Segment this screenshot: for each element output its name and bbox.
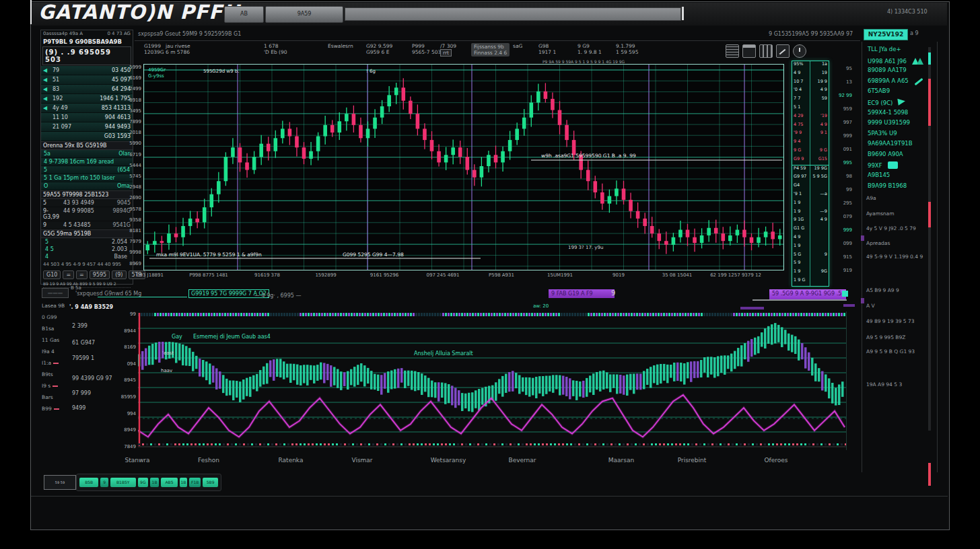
main-chart-canvas[interactable]: [144, 65, 783, 270]
right-info-item[interactable]: A9a: [866, 195, 876, 201]
pen-icon[interactable]: [776, 44, 790, 58]
dom-row[interactable]: '9 1—a: [792, 191, 829, 200]
dom-row[interactable]: 7 759: [792, 96, 829, 104]
clock-icon[interactable]: [793, 44, 806, 58]
dom-row[interactable]: G1 G: [792, 225, 829, 234]
lower-list-item[interactable]: 2 399: [72, 323, 88, 329]
header-right-label-1[interactable]: 9 G1535199A5 9: [769, 31, 814, 37]
right-info-item[interactable]: Apreadas: [866, 240, 890, 246]
tool-menu-item[interactable]: 6T5AB9: [868, 87, 890, 94]
purple-tag-1[interactable]: 9 FAB G19 A F9: [549, 289, 615, 298]
status-chip[interactable]: 9G: [138, 478, 148, 487]
dom-row[interactable]: '0 44 9: [792, 87, 829, 96]
toolbar-group[interactable]: G92 9.599G959 6 E: [366, 43, 392, 55]
dom-row[interactable]: 4 919: [792, 70, 829, 79]
lower-list-item[interactable]: 99 4399 G9 97: [72, 375, 112, 381]
dom-row[interactable]: P4 5919 9G: [792, 165, 829, 174]
status-chip[interactable]: F1B: [189, 478, 201, 487]
right-info-item[interactable]: 49 89 9 19 39 5 73: [866, 318, 915, 324]
lower-list-item[interactable]: 79599 1: [72, 355, 94, 361]
tool-menu-item[interactable]: 99XF: [868, 161, 898, 169]
status-chip[interactable]: 1B: [150, 478, 159, 487]
oscillator-canvas[interactable]: [138, 312, 846, 450]
mini-list-item[interactable]: I9 s: [42, 380, 69, 392]
right-info-item[interactable]: A V: [866, 303, 875, 309]
calendar-icon[interactable]: [742, 44, 756, 58]
mini-list-item[interactable]: Bars: [42, 392, 69, 403]
dom-row[interactable]: '9 99 1: [792, 130, 829, 139]
dom-row[interactable]: 5 9: [792, 260, 829, 268]
right-info-item[interactable]: A9 5 9 995 B9Z: [866, 334, 905, 340]
dom-row[interactable]: G9 975 9 5G: [792, 174, 829, 182]
sidebar-button[interactable]: =: [76, 270, 88, 279]
mini-list-item[interactable]: I1:a: [42, 357, 69, 369]
purple-tag-caret[interactable]: 9: [611, 289, 615, 297]
mini-list-item[interactable]: ———: [42, 288, 69, 298]
status-chip[interactable]: B5B: [79, 478, 98, 487]
right-info-item[interactable]: 19A A9 94 5 3: [866, 381, 902, 388]
mini-list-item[interactable]: B1sa: [42, 323, 69, 334]
tool-menu-item[interactable]: 9A69AA19T91B: [868, 140, 913, 147]
status-chip[interactable]: B1B5Y: [110, 478, 136, 487]
dom-row[interactable]: G9 9G15: [792, 156, 829, 165]
toolbar-group[interactable]: 1 678'D Eb (90: [264, 43, 287, 55]
toolbar-group[interactable]: jau rivese6 m 5786: [166, 43, 190, 55]
status-chip[interactable]: 9: [100, 478, 108, 487]
toolbar-group[interactable]: G981917 1: [538, 43, 556, 55]
right-scrollbar-red-segment-1[interactable]: [928, 79, 931, 126]
teal-square-marker[interactable]: [842, 291, 848, 297]
tool-menu-item[interactable]: 599X4-1 5098: [868, 109, 908, 116]
tool-menu-item[interactable]: A9B145: [868, 172, 890, 178]
dom-row[interactable]: 5 G9: [792, 252, 829, 260]
mini-list-item[interactable]: I9a 4: [42, 346, 69, 357]
tool-menu-item[interactable]: B9690 A90A: [868, 151, 903, 157]
main-chart[interactable]: 4959Gr G-y9ss 595G29d w9 b. ! 6g w9h .as…: [143, 64, 784, 270]
tool-menu-item[interactable]: EC9 (9C): [868, 98, 905, 106]
dropdown-side-icons[interactable]: a 9: [910, 30, 919, 36]
titlebar-button-2[interactable]: 9A59: [265, 6, 343, 23]
right-info-item[interactable]: 4y 5 V 9 J92 .0 5 79: [866, 225, 916, 231]
titlebar-toolbar-strip[interactable]: [345, 7, 681, 21]
dom-row[interactable]: 5 1: [792, 104, 829, 113]
dom-row[interactable]: 1 99G: [792, 268, 829, 277]
mini-list-item[interactable]: Lasea 9B: [42, 300, 69, 312]
lower-list-item[interactable]: 9499: [72, 405, 85, 411]
bottom-left-button[interactable]: 59 59: [44, 475, 76, 490]
sidebar-button[interactable]: 9595: [90, 270, 110, 279]
dom-row[interactable]: 9 1G4 9: [792, 217, 829, 225]
tool-menu-item[interactable]: 69899A A A65: [868, 77, 923, 84]
tool-menu-item[interactable]: U998 A61 J96: [868, 57, 923, 65]
grid-icon[interactable]: [726, 44, 739, 58]
mini-list-item[interactable]: B99: [42, 403, 69, 414]
dom-row[interactable]: 1 9 G: [792, 277, 829, 286]
tool-menu-item[interactable]: TLL JYa de+: [868, 46, 901, 52]
dom-row[interactable]: 1 9: [792, 200, 829, 209]
dom-row[interactable]: 4 29'19: [792, 113, 829, 122]
tool-menu-item[interactable]: B9A99 B1968: [868, 182, 907, 189]
titlebar-button-1[interactable]: AB: [224, 6, 264, 23]
toolbar-group[interactable]: G199912039G: [144, 43, 164, 55]
right-scrollbar-red-segment-3[interactable]: [928, 463, 931, 486]
sidebar-symbol-box[interactable]: (9) . .9 695059 503: [42, 46, 131, 65]
toolbar-group[interactable]: Eswalesrn: [328, 43, 353, 49]
dom-row[interactable]: G4: [792, 182, 829, 191]
symbol-dropdown[interactable]: NY25V192: [864, 29, 908, 40]
dom-row[interactable]: 1 9: [792, 243, 829, 252]
right-info-item[interactable]: Ayamsnam: [866, 211, 895, 217]
right-info-item[interactable]: A5 B9 9 A9 9: [866, 287, 899, 293]
purple-tag-2[interactable]: 59 .5G9 9 A 9-9G1 9G9 .5: [769, 289, 846, 299]
sidebar-button[interactable]: =: [63, 270, 74, 279]
dom-row[interactable]: 4 754 9: [792, 122, 829, 131]
right-scrollbar-red-segment-2[interactable]: [928, 202, 931, 227]
toolbar-group[interactable]: 9.1.7991 59 595: [616, 43, 638, 55]
dom-row[interactable]: 9 G9 G: [792, 147, 829, 156]
dom-row[interactable]: 95%1a: [792, 61, 829, 70]
dom-row[interactable]: 4 9: [792, 234, 829, 243]
sidebar-button[interactable]: G10: [43, 270, 61, 279]
columns-icon[interactable]: [759, 44, 773, 58]
toolbar-group[interactable]: saG: [513, 43, 522, 49]
dom-row[interactable]: 10 719 9: [792, 79, 829, 87]
lower-list-item[interactable]: 61 G947: [72, 340, 95, 346]
tool-menu-item[interactable]: 9999 U391599: [868, 119, 910, 126]
tool-menu-item[interactable]: 5PA3% U9: [868, 130, 897, 137]
